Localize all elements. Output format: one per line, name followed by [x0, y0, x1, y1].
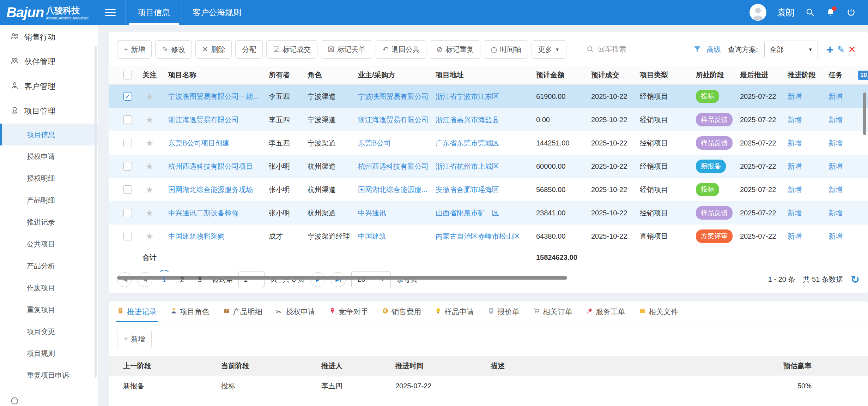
detail-tab-2[interactable]: 项目角色 [170, 307, 210, 322]
table-row[interactable]: ★中兴通讯二期设备检修张小明杭州渠道中兴通讯山西省阳泉市矿 区23841.002… [109, 201, 868, 225]
detail-tab-1[interactable]: 推进记录 [117, 307, 157, 322]
sidebar-item-1[interactable]: 销售行动 [0, 25, 98, 49]
sidebar-subitem-5[interactable]: 推进记录 [0, 211, 98, 233]
sidebar-subitem-12[interactable]: 重复项目申诉 [0, 364, 98, 386]
client-link[interactable]: 杭州西遇科技有限公司 [358, 162, 436, 171]
push-stage-link[interactable]: 新增 [788, 115, 828, 125]
client-link[interactable]: 中兴通讯 [358, 208, 436, 218]
project-name-link[interactable]: 杭州西遇科技有限公司项目 [161, 162, 269, 171]
edit-scheme-icon[interactable]: ✎ [837, 44, 845, 55]
table-row[interactable]: ★东莞B公司项目创建李五四宁波渠道东莞B公司广东省东莞市莞城区144251.00… [109, 131, 868, 155]
table-row[interactable]: ★杭州西遇科技有限公司项目张小明杭州渠道杭州西遇科技有限公司浙江省杭州市上城区6… [109, 155, 868, 178]
detail-tab-5[interactable]: 竞争对手 [329, 307, 368, 322]
top-tab-2[interactable]: 客户公海规则 [182, 0, 252, 25]
select-all-checkbox[interactable] [123, 71, 132, 79]
toolbar-button-9[interactable]: ◷时间轴 [484, 40, 528, 59]
push-stage-link[interactable]: 新增 [788, 138, 828, 148]
detail-tab-6[interactable]: $销售费用 [382, 307, 421, 322]
row-checkbox[interactable] [123, 232, 132, 240]
address-link[interactable]: 山西省阳泉市矿 区 [436, 208, 536, 218]
page-number-3[interactable]: 3 [193, 275, 206, 284]
project-name-link[interactable]: 浙江海逸贸易有限公司 [161, 115, 269, 125]
detail-tab-3[interactable]: 产品明细 [223, 307, 262, 322]
vertical-scrollbar[interactable] [863, 92, 866, 135]
toolbar-button-2[interactable]: ✎修改 [155, 40, 192, 59]
address-link[interactable]: 内蒙古自治区赤峰市松山区 [436, 232, 536, 241]
task-link[interactable]: 新增 [828, 208, 861, 218]
row-checkbox[interactable] [123, 162, 132, 171]
address-link[interactable]: 浙江省杭州市上城区 [436, 162, 536, 171]
top-tab-1[interactable]: 项目信息 [126, 0, 182, 25]
notification-bell-icon[interactable] [826, 7, 836, 17]
push-stage-link[interactable]: 新增 [788, 185, 828, 195]
power-icon[interactable] [846, 7, 856, 17]
sidebar-subitem-10[interactable]: 项目变更 [0, 321, 98, 342]
toolbar-button-6[interactable]: ☒标记丢单 [321, 40, 372, 59]
add-scheme-icon[interactable]: + [826, 43, 833, 55]
task-link[interactable]: 新增 [828, 185, 861, 195]
project-name-link[interactable]: 东莞B公司项目创建 [161, 138, 269, 148]
row-checkbox[interactable] [123, 115, 132, 124]
sidebar-subitem-1[interactable]: 项目信息 [0, 124, 98, 145]
push-stage-link[interactable]: 新增 [788, 208, 828, 218]
push-stage-link[interactable]: 新增 [788, 92, 828, 101]
detail-tab-10[interactable]: 服务工单 [586, 307, 625, 322]
sidebar-subitem-9[interactable]: 重复项目 [0, 299, 98, 321]
client-link[interactable]: 国网湖北综合能源服... [358, 185, 436, 195]
toolbar-button-4[interactable]: 分配 [235, 40, 263, 59]
sidebar-subitem-11[interactable]: 项目规则 [0, 342, 98, 364]
row-checkbox[interactable] [123, 139, 132, 147]
sidebar-subitem-4[interactable]: 产品明细 [0, 189, 98, 211]
table-row[interactable]: ★浙江海逸贸易有限公司李五四宁波渠道浙江海逸贸易有限公司浙江省嘉兴市海盐县0.0… [109, 108, 868, 131]
page-number-2[interactable]: 2 [176, 275, 188, 284]
sidebar-scrollbar[interactable] [95, 46, 97, 378]
favorite-star-icon[interactable]: ★ [138, 138, 161, 148]
toolbar-button-8[interactable]: ⊘标记重复 [430, 40, 481, 59]
sidebar-subitem-8[interactable]: 作废项目 [0, 277, 98, 299]
client-link[interactable]: 中国建筑 [358, 232, 436, 241]
favorite-star-icon[interactable]: ★ [138, 208, 161, 218]
table-row[interactable]: ★国网湖北综合能源服务现场张小明杭州渠道国网湖北综合能源服...安徽省合肥市瑶海… [109, 178, 868, 201]
project-name-link[interactable]: 宁波映图贸易有限公司一期... [161, 92, 269, 101]
toolbar-button-7[interactable]: ↶退回公共 [376, 40, 426, 59]
sidebar-subitem-2[interactable]: 授权申请 [0, 145, 98, 167]
favorite-star-icon[interactable]: ★ [138, 185, 161, 195]
task-link[interactable]: 新增 [828, 138, 861, 148]
task-link[interactable]: 新增 [828, 162, 861, 171]
sidebar-subitem-6[interactable]: 公共项目 [0, 233, 98, 255]
toolbar-button-1[interactable]: +新增 [117, 40, 152, 59]
project-name-link[interactable]: 中兴通讯二期设备检修 [161, 208, 269, 218]
sidebar-item-2[interactable]: 伙伴管理 [0, 49, 98, 74]
address-link[interactable]: 安徽省合肥市瑶海区 [436, 185, 536, 195]
user-name[interactable]: 袁朗 [777, 7, 795, 18]
client-link[interactable]: 宁波映图贸易有限公司 [358, 92, 436, 101]
delete-scheme-icon[interactable]: ✕ [848, 44, 856, 55]
client-link[interactable]: 浙江海逸贸易有限公司 [358, 115, 436, 125]
detail-tab-7[interactable]: 样品申请 [435, 307, 474, 322]
page-number-1[interactable]: 1 [158, 275, 171, 284]
advanced-search-link[interactable]: 高级 [707, 45, 721, 54]
sidebar-subitem-3[interactable]: 授权明细 [0, 167, 98, 189]
detail-table-row[interactable]: 新报备投标李五四2025-07-2250% [109, 376, 868, 396]
filter-funnel-icon[interactable] [693, 45, 702, 54]
favorite-star-icon[interactable]: ★ [138, 231, 161, 241]
sidebar-item-4[interactable]: 项目管理 [0, 99, 98, 124]
push-stage-link[interactable]: 新增 [788, 162, 828, 171]
refresh-icon[interactable]: ↻ [851, 274, 860, 285]
address-link[interactable]: 广东省东莞市莞城区 [436, 138, 536, 148]
detail-tab-9[interactable]: 相关订单 [533, 307, 572, 322]
address-link[interactable]: 浙江省宁波市江东区 [436, 92, 536, 101]
toolbar-button-5[interactable]: ☑标记成交 [266, 40, 317, 59]
favorite-star-icon[interactable]: ★ [138, 161, 161, 172]
detail-add-button[interactable]: +新增 [117, 330, 152, 348]
detail-tab-4[interactable]: ✂授权申请 [276, 307, 315, 322]
task-link[interactable]: 新增 [828, 232, 861, 241]
detail-tab-11[interactable]: 相关文件 [639, 307, 678, 322]
sidebar-item-partial[interactable] [0, 388, 98, 406]
sidebar-item-3[interactable]: 客户管理 [0, 74, 98, 99]
row-checkbox[interactable] [123, 185, 132, 194]
search-input[interactable] [598, 45, 672, 53]
address-link[interactable]: 浙江省嘉兴市海盐县 [436, 115, 536, 125]
table-row[interactable]: ★中国建筑物料采购成才宁波渠道经理中国建筑内蒙古自治区赤峰市松山区64380.0… [109, 225, 868, 248]
query-scheme-select[interactable]: 全部 ▼ [764, 41, 818, 58]
